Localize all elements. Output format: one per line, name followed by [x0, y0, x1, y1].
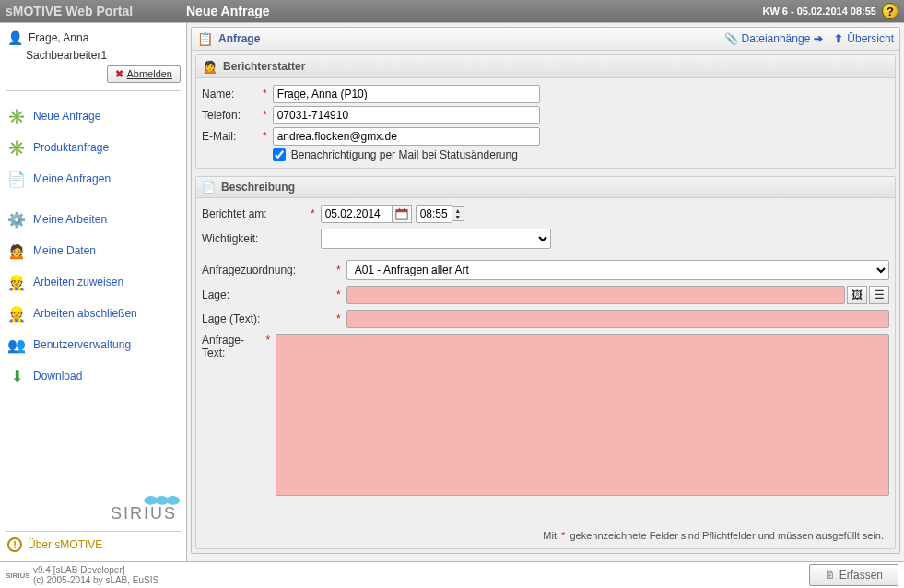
finish-icon: 👷 [7, 304, 26, 323]
about-link[interactable]: ! Über sMOTIVE [6, 531, 181, 558]
star-icon: ✳️ [7, 138, 26, 157]
sidebar-item-finish-work[interactable]: 👷 Arbeiten abschließen [6, 298, 181, 329]
sidebar-item-user-admin[interactable]: 👥 Benutzerverwaltung [6, 329, 181, 360]
location-text-field[interactable] [346, 310, 889, 328]
users-icon: 👥 [7, 335, 26, 354]
sidebar-item-download[interactable]: ⬇ Download [6, 360, 181, 392]
overview-link[interactable]: ⬆ Übersicht [834, 32, 894, 45]
close-icon: ✖ [115, 68, 123, 79]
label-location-text: Lage (Text): [202, 312, 331, 325]
header-date: KW 6 - 05.02.2014 08:55 [762, 6, 876, 17]
sidebar-item-product-request[interactable]: ✳️ Produktanfrage [6, 132, 181, 163]
time-spinner[interactable]: ▲▼ [452, 206, 464, 221]
nav-list: ✳️ Neue Anfrage ✳️ Produktanfrage 📄 Mein… [6, 91, 181, 392]
notify-checkbox[interactable] [273, 148, 286, 161]
assign-icon: 👷 [7, 273, 26, 291]
user-role: Sachbearbeiter1 [6, 49, 181, 62]
submit-button[interactable]: 🗎Erfassen [809, 564, 898, 586]
required-marker: * [336, 288, 341, 301]
star-icon: ✳️ [7, 107, 26, 125]
image-icon: 🖼 [851, 288, 863, 301]
location-field[interactable] [346, 286, 845, 304]
sidebar-item-label: Produktanfrage [33, 141, 109, 154]
attachments-link[interactable]: 📎 Dateianhänge ➔ [724, 32, 824, 45]
label-reported: Berichtet am: [202, 207, 305, 220]
section-title: Beschreibung [221, 181, 295, 194]
footer: SIRIUS v9.4 [sLAB Developer] (c) 2005-20… [0, 562, 904, 588]
importance-select[interactable] [321, 229, 551, 249]
required-marker: * [336, 264, 341, 276]
reported-time-field[interactable] [416, 205, 452, 223]
user-icon: 🙍 [7, 241, 26, 260]
attachment-icon: 📎 [724, 32, 738, 45]
required-marker: * [266, 334, 271, 347]
email-field[interactable] [273, 127, 540, 146]
label-request-text: Anfrage-Text: [202, 334, 261, 359]
location-picker-button[interactable]: 🖼 [847, 286, 867, 304]
notify-label: Benachrichtigung per Mail bei Statusände… [291, 148, 518, 161]
sidebar-item-label: Download [33, 370, 82, 382]
current-user: 👤 Frage, Anna [6, 27, 181, 49]
sidebar-item-label: Neue Anfrage [33, 110, 100, 123]
sidebar-item-label: Benutzerverwaltung [33, 338, 131, 351]
list-icon: ☰ [875, 288, 885, 301]
help-button[interactable]: ? [882, 3, 898, 19]
arrow-up-icon: ⬆ [834, 32, 843, 45]
required-marker: * [263, 130, 267, 143]
location-list-button[interactable]: ☰ [869, 286, 889, 304]
description-section: 📄 Beschreibung Berichtet am: * [195, 176, 896, 549]
download-icon: ⬇ [7, 367, 26, 385]
sidebar-item-my-requests[interactable]: 📄 Meine Anfragen [6, 163, 181, 194]
calendar-button[interactable] [392, 205, 412, 223]
name-field[interactable] [273, 85, 540, 103]
sidebar-item-label: Meine Daten [33, 244, 96, 257]
svg-rect-1 [396, 210, 407, 213]
calendar-icon [395, 207, 408, 220]
page-title: Neue Anfrage [186, 4, 762, 18]
about-label: Über sMOTIVE [28, 538, 102, 551]
sidebar: 👤 Frage, Anna Sachbearbeiter1 ✖Abmelden … [0, 23, 187, 561]
gear-icon: ⚙️ [7, 210, 26, 229]
label-importance: Wichtigkeit: [202, 232, 305, 245]
hint-text: Mit * gekennzeichnete Felder sind Pflich… [202, 526, 889, 545]
top-bar: sMOTIVE Web Portal Neue Anfrage KW 6 - 0… [0, 0, 904, 22]
reported-date-field[interactable] [321, 205, 393, 223]
sirius-logo: ⬬⬬⬬ SIRIUS [6, 487, 181, 527]
form-icon: 📋 [197, 31, 213, 46]
category-select[interactable]: A01 - Anfragen aller Art [346, 260, 889, 280]
person-icon: 👤 [7, 30, 23, 45]
brand-title: sMOTIVE Web Portal [6, 4, 186, 18]
section-title: Berichterstatter [223, 60, 305, 73]
required-marker: * [263, 109, 267, 122]
footer-text: v9.4 [sLAB Developer] (c) 2005-2014 by s… [33, 565, 158, 585]
logout-button[interactable]: ✖Abmelden [107, 65, 181, 83]
phone-field[interactable] [273, 106, 540, 124]
label-category: Anfragezuordnung: [202, 264, 331, 276]
info-icon: ! [7, 537, 22, 552]
arrow-right-icon: ➔ [814, 32, 823, 45]
footer-logo: SIRIUS [6, 571, 28, 580]
sidebar-item-assign-work[interactable]: 👷 Arbeiten zuweisen [6, 266, 181, 298]
sidebar-item-label: Arbeiten abschließen [33, 307, 137, 320]
reporter-section: 🙍 Berichterstatter Name: * Telefon: * [195, 54, 896, 169]
sidebar-item-label: Arbeiten zuweisen [33, 276, 123, 288]
sidebar-item-label: Meine Arbeiten [33, 213, 107, 226]
document-icon: 🗎 [825, 569, 836, 582]
user-name: Frage, Anna [29, 31, 88, 44]
sidebar-item-my-data[interactable]: 🙍 Meine Daten [6, 235, 181, 266]
sidebar-item-label: Meine Anfragen [33, 172, 111, 185]
required-marker: * [336, 312, 341, 325]
document-icon: 📄 [202, 181, 216, 194]
sidebar-item-my-work[interactable]: ⚙️ Meine Arbeiten [6, 204, 181, 235]
request-text-field[interactable] [276, 334, 889, 496]
main-content: 📋 Anfrage 📎 Dateianhänge ➔ ⬆ Übersicht [187, 23, 904, 561]
panel-title: Anfrage [218, 32, 260, 45]
person-icon: 🙍 [202, 59, 217, 74]
label-location: Lage: [202, 288, 331, 301]
label-name: Name: [202, 88, 257, 100]
spin-down-icon[interactable]: ▼ [452, 214, 464, 220]
spin-up-icon[interactable]: ▲ [452, 207, 464, 214]
label-email: E-Mail: [202, 130, 257, 143]
sidebar-item-new-request[interactable]: ✳️ Neue Anfrage [6, 100, 181, 132]
label-phone: Telefon: [202, 109, 257, 122]
